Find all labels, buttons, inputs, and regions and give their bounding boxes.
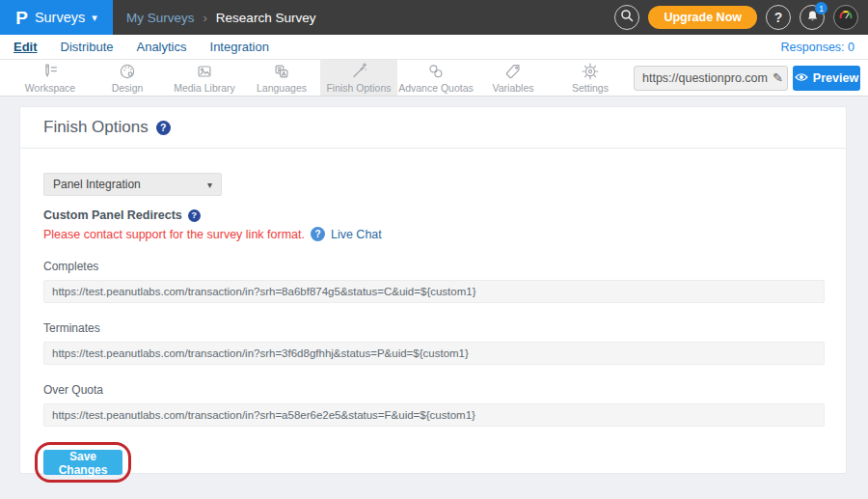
nav-tabs: Edit Distribute Analytics Integration: [0, 40, 269, 54]
page-title: Finish Options: [43, 118, 149, 137]
help-button[interactable]: ?: [766, 5, 791, 30]
save-area: Save Changes: [43, 450, 122, 475]
panel-type-select[interactable]: Panel Integration ▾: [43, 173, 222, 196]
toolbar-item-variables[interactable]: Variables: [475, 60, 552, 96]
live-chat-link[interactable]: ? Live Chat: [311, 227, 382, 241]
chevron-down-icon: ▾: [92, 12, 97, 24]
tab-distribute[interactable]: Distribute: [61, 40, 114, 54]
eye-icon: [795, 71, 808, 85]
terminates-url-input[interactable]: [43, 342, 825, 365]
completes-url-input[interactable]: [43, 280, 825, 303]
chain-link-icon: [426, 62, 446, 81]
gauge-avatar-icon: [837, 7, 854, 28]
translate-icon: [272, 62, 291, 81]
completes-field-group: Completes: [43, 260, 823, 303]
toolbar-label: Variables: [493, 82, 534, 94]
surveys-product-menu[interactable]: P Surveys ▾: [0, 0, 113, 35]
image-icon: [195, 62, 214, 81]
terminates-field-group: Terminates: [43, 321, 823, 365]
user-avatar[interactable]: [833, 5, 858, 30]
toolbar-item-workspace[interactable]: Workspace: [12, 60, 89, 96]
edit-toolbar: Workspace Design Media Library Languages: [0, 60, 868, 97]
tag-icon: [503, 62, 523, 81]
magic-wand-icon: [349, 62, 368, 81]
responses-count[interactable]: Responses: 0: [781, 41, 868, 54]
toolbar-item-design[interactable]: Design: [89, 60, 166, 96]
toolbar-item-finish-options[interactable]: Finish Options: [320, 60, 397, 96]
panel-header: Finish Options ?: [20, 107, 846, 149]
toolbar-item-media-library[interactable]: Media Library: [166, 60, 243, 96]
save-changes-button[interactable]: Save Changes: [43, 450, 122, 475]
breadcrumb: My Surveys › Research Survey: [126, 11, 315, 25]
palette-icon: [118, 62, 137, 81]
preview-button-label: Preview: [813, 71, 858, 85]
custom-panel-redirects-label: Custom Panel Redirects: [43, 208, 182, 222]
live-chat-label: Live Chat: [331, 228, 382, 241]
toolbar-label: Media Library: [174, 82, 235, 94]
finish-options-panel: Finish Options ? Panel Integration ▾ Cus…: [19, 106, 847, 474]
tab-integration[interactable]: Integration: [210, 40, 269, 54]
over-quota-url-input[interactable]: [43, 403, 825, 427]
terminates-label: Terminates: [43, 321, 823, 335]
app-root: P Surveys ▾ My Surveys › Research Survey…: [0, 0, 868, 499]
finish-options-help-icon[interactable]: ?: [156, 121, 171, 135]
top-bar: P Surveys ▾ My Surveys › Research Survey…: [0, 0, 868, 35]
select-caret-icon: ▾: [207, 180, 212, 190]
preview-button[interactable]: Preview: [793, 66, 860, 91]
support-notice-text: Please contact support for the survey li…: [43, 228, 305, 241]
survey-nav-row: Edit Distribute Analytics Integration Re…: [0, 35, 868, 60]
toolbar-label: Advance Quotas: [398, 82, 474, 94]
live-chat-help-icon: ?: [311, 227, 325, 241]
custom-panel-redirects-help-icon[interactable]: ?: [188, 209, 201, 222]
panel-body: Panel Integration ▾ Custom Panel Redirec…: [20, 149, 846, 475]
question-mark-icon: ?: [774, 10, 783, 25]
questionpro-logo-icon: P: [15, 9, 28, 27]
tab-edit[interactable]: Edit: [14, 40, 38, 54]
panel-type-selected-value: Panel Integration: [53, 178, 141, 191]
notifications-button[interactable]: 1: [800, 5, 825, 30]
survey-url-field-wrap: ✎: [634, 66, 788, 91]
toolbar-label: Workspace: [25, 82, 75, 94]
survey-url-input[interactable]: [634, 66, 788, 91]
tab-analytics[interactable]: Analytics: [136, 40, 186, 54]
custom-panel-redirects-row: Custom Panel Redirects ?: [43, 208, 823, 222]
notification-count-badge: 1: [815, 2, 827, 14]
edit-url-pencil-icon[interactable]: ✎: [773, 70, 783, 85]
workspace-icon: [41, 62, 60, 81]
toolbar-label: Languages: [257, 82, 307, 94]
toolbar-item-advance-quotas[interactable]: Advance Quotas: [397, 60, 475, 96]
breadcrumb-my-surveys-link[interactable]: My Surveys: [126, 11, 195, 25]
breadcrumb-current-survey: Research Survey: [216, 11, 316, 25]
over-quota-field-group: Over Quota: [43, 383, 823, 427]
toolbar-item-languages[interactable]: Languages: [243, 60, 320, 96]
toolbar-item-settings[interactable]: Settings: [552, 60, 629, 96]
support-notice-row: Please contact support for the survey li…: [43, 227, 823, 241]
breadcrumb-separator: ›: [203, 11, 207, 25]
toolbar-label: Settings: [572, 82, 609, 94]
search-button[interactable]: [614, 5, 639, 30]
topbar-actions: Upgrade Now ? 1: [614, 5, 868, 30]
search-icon: [620, 9, 634, 26]
product-menu-label: Surveys: [35, 10, 85, 25]
toolbar-label: Finish Options: [326, 82, 391, 94]
gear-icon: [581, 62, 600, 81]
over-quota-label: Over Quota: [43, 383, 823, 397]
completes-label: Completes: [43, 260, 823, 273]
toolbar-label: Design: [112, 82, 144, 94]
upgrade-now-button[interactable]: Upgrade Now: [648, 6, 757, 29]
